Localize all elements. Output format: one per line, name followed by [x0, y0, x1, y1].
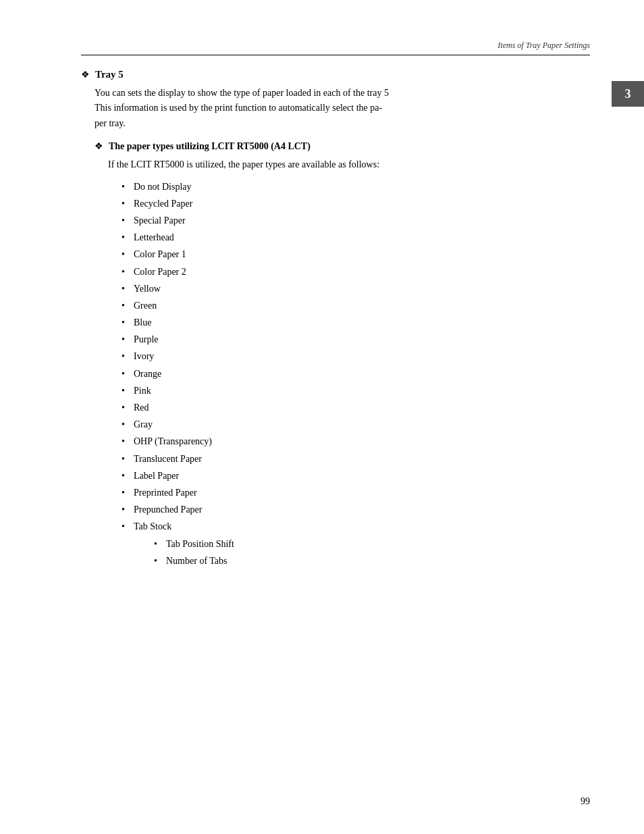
list-item: Green [122, 297, 590, 314]
list-item: Letterhead [122, 229, 590, 246]
list-item: Gray [122, 416, 590, 433]
paper-types-intro: If the LCIT RT5000 is utilized, the pape… [108, 157, 590, 172]
tray-body: You can sets the display to show the typ… [95, 86, 590, 131]
tray-body-line1: You can sets the display to show the typ… [95, 88, 389, 98]
list-item: Special Paper [122, 212, 590, 229]
diamond-icon: ❖ [81, 69, 90, 80]
tray-body-line3: per tray. [95, 118, 126, 128]
list-item: Color Paper 1 [122, 246, 590, 263]
chapter-tab: 3 [612, 81, 644, 107]
paper-types-title: The paper types utilizing LCIT RT5000 (A… [109, 141, 311, 152]
tray-title: Tray 5 [95, 69, 124, 80]
list-item: Blue [122, 314, 590, 331]
paper-types-heading: ❖ The paper types utilizing LCIT RT5000 … [95, 140, 590, 152]
list-item-tab-stock: Tab Stock Tab Position Shift Number of T… [122, 518, 590, 569]
list-item: OHP (Transparency) [122, 433, 590, 450]
page-number: 99 [581, 796, 590, 807]
list-item: Red [122, 399, 590, 416]
sub-diamond-icon: ❖ [95, 140, 103, 152]
tray-body-line2: This information is used by the print fu… [95, 103, 382, 113]
list-item: Tab Position Shift [154, 536, 590, 552]
tab-stock-sublist: Tab Position Shift Number of Tabs [154, 536, 590, 569]
list-item: Prepunched Paper [122, 501, 590, 518]
list-item: Recycled Paper [122, 195, 590, 212]
list-item: Number of Tabs [154, 552, 590, 569]
tray-section-heading: ❖ Tray 5 [81, 69, 590, 80]
list-item: Pink [122, 382, 590, 399]
list-item: Preprinted Paper [122, 484, 590, 501]
page-container: Items of Tray Paper Settings 3 ❖ Tray 5 … [0, 0, 644, 834]
list-item: Label Paper [122, 467, 590, 484]
list-item: Do not Display [122, 178, 590, 195]
page-header: Items of Tray Paper Settings [81, 41, 590, 55]
list-item: Yellow [122, 280, 590, 297]
list-item: Ivory [122, 348, 590, 365]
list-item: Purple [122, 331, 590, 348]
header-text: Items of Tray Paper Settings [498, 41, 590, 51]
list-item: Color Paper 2 [122, 263, 590, 280]
paper-types-list: Do not Display Recycled Paper Special Pa… [122, 178, 590, 569]
chapter-number: 3 [625, 87, 631, 101]
list-item: Translucent Paper [122, 450, 590, 467]
list-item: Orange [122, 365, 590, 382]
